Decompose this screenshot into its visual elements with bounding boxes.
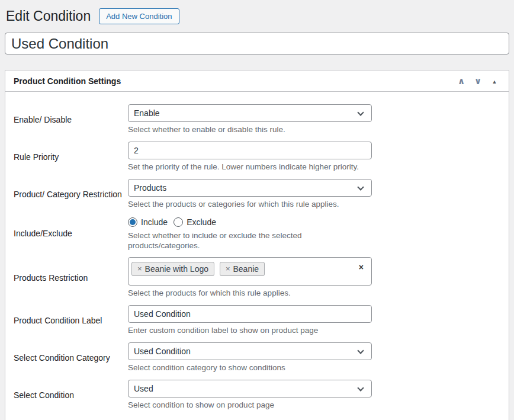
panel-handle-actions: ∧ ∨ ▲ <box>453 72 503 90</box>
panel-header[interactable]: Product Condition Settings ∧ ∨ ▲ <box>5 70 509 92</box>
order-lower-button[interactable]: ∨ <box>470 72 486 90</box>
select-value: Enable <box>134 108 160 118</box>
panel-body: Enable/ Disable Enable Select whether to… <box>5 92 509 420</box>
remove-tag-icon[interactable]: × <box>226 264 230 274</box>
rule-priority-row: Rule Priority Set the priority of the ru… <box>14 142 500 172</box>
field-help-text: Select the products or categories for wh… <box>128 200 372 210</box>
rule-priority-input[interactable] <box>128 142 372 159</box>
field-label: Product Condition Label <box>14 315 128 326</box>
chevron-up-icon: ∧ <box>458 76 465 86</box>
panel-title: Product Condition Settings <box>14 76 121 86</box>
remove-tag-icon[interactable]: × <box>137 264 142 274</box>
chevron-down-icon <box>357 109 364 116</box>
order-higher-button[interactable]: ∧ <box>453 72 470 90</box>
field-help-text: Select the products for which this rule … <box>128 288 372 299</box>
field-label: Products Restriction <box>14 272 128 283</box>
condition-select[interactable]: Used <box>128 380 372 397</box>
exclude-radio-label: Exclude <box>187 217 216 227</box>
field-help-text: Select whether to include or exclude the… <box>128 231 372 251</box>
condition-category-select[interactable]: Used Condition <box>128 342 372 360</box>
exclude-radio[interactable] <box>174 217 183 227</box>
condition-title-input[interactable] <box>5 33 509 54</box>
product-category-restriction-select[interactable]: Products <box>128 179 372 197</box>
field-help-text: Enter custom condition label to show on … <box>128 326 372 336</box>
field-label: Rule Priority <box>14 152 128 162</box>
field-label: Product/ Category Restriction <box>14 189 128 200</box>
field-label: Include/Exclude <box>14 228 128 239</box>
clear-selection-icon[interactable]: × <box>359 263 364 271</box>
enable-disable-select[interactable]: Enable <box>128 104 372 122</box>
field-label: Enable/ Disable <box>14 114 128 125</box>
field-label: Select Condition Category <box>14 352 128 363</box>
select-condition-row: Select Condition Used Select condition t… <box>14 380 500 411</box>
products-restriction-row: Products Restriction × Beanie with Logo … <box>14 257 500 299</box>
product-condition-label-input[interactable] <box>128 305 372 323</box>
page-header: Edit Condition Add New Condition <box>5 6 509 25</box>
chevron-down-icon <box>357 384 364 391</box>
select-value: Used Condition <box>134 347 191 356</box>
field-help-text: Select condition to show on product page <box>128 400 372 411</box>
include-exclude-radio-group: Include Exclude <box>128 216 372 228</box>
field-help-text: Select whether to enable or disable this… <box>128 125 372 135</box>
products-restriction-multiselect[interactable]: × Beanie with Logo × Beanie × <box>128 257 372 286</box>
enable-disable-row: Enable/ Disable Enable Select whether to… <box>14 104 500 135</box>
product-condition-label-row: Product Condition Label Enter custom con… <box>14 305 500 336</box>
page-title: Edit Condition <box>6 8 91 25</box>
include-radio-label: Include <box>141 217 168 227</box>
selected-product-tag: × Beanie <box>220 262 265 276</box>
chevron-down-icon <box>357 347 364 354</box>
tag-label: Beanie <box>233 264 259 274</box>
include-radio[interactable] <box>128 217 137 227</box>
page-wrap: Edit Condition Add New Condition Product… <box>0 0 514 420</box>
add-new-condition-button[interactable]: Add New Condition <box>99 8 179 24</box>
field-help-text: Select condition category to show condit… <box>128 363 372 373</box>
select-value: Products <box>134 183 166 193</box>
field-label: Select Condition <box>14 390 128 400</box>
chevron-down-icon <box>357 184 364 190</box>
select-condition-category-row: Select Condition Category Used Condition… <box>14 342 500 373</box>
include-exclude-row: Include/Exclude Include Exclude Select w… <box>14 216 500 251</box>
tag-label: Beanie with Logo <box>145 264 208 274</box>
selected-product-tag: × Beanie with Logo <box>131 262 214 276</box>
select-value: Used <box>134 384 153 393</box>
product-condition-settings-panel: Product Condition Settings ∧ ∨ ▲ Enable/… <box>5 70 509 420</box>
product-category-restriction-row: Product/ Category Restriction Products S… <box>14 179 500 210</box>
triangle-up-icon: ▲ <box>492 79 497 85</box>
field-help-text: Set the priority of the rule. Lower numb… <box>128 162 372 172</box>
chevron-down-icon: ∨ <box>474 76 481 86</box>
toggle-panel-button[interactable]: ▲ <box>486 72 503 90</box>
